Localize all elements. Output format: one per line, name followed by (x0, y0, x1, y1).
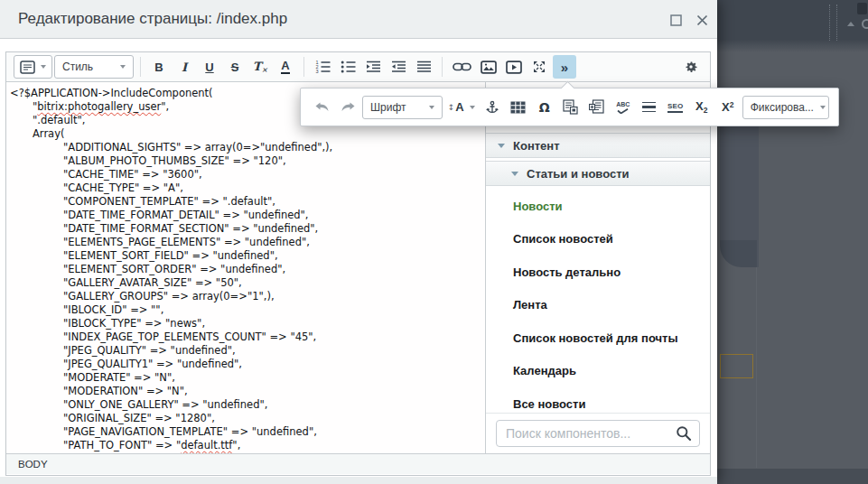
clear-format-icon: T× (253, 60, 267, 73)
bold-button[interactable]: B (147, 55, 171, 79)
justify-button[interactable] (412, 55, 435, 79)
snippet-save-icon (563, 99, 578, 115)
fullscreen-button[interactable] (527, 55, 551, 79)
outdent-button[interactable] (387, 55, 410, 79)
horizontal-rule-button[interactable] (638, 96, 661, 119)
component-list: НовостиСписок новостейНовость детальноЛе… (486, 189, 710, 421)
undo-icon (313, 101, 331, 114)
subscript-icon: X2 (695, 100, 707, 115)
font-color-button[interactable]: A (274, 55, 297, 79)
close-button[interactable] (695, 13, 709, 27)
subscript-button[interactable]: X2 (690, 96, 714, 119)
code-line: "COMPONENT_TEMPLATE" => ".default", (6, 195, 485, 209)
gear-icon (684, 60, 698, 74)
background-divider (756, 267, 757, 468)
status-path: BODY (18, 459, 48, 470)
close-icon (696, 14, 708, 26)
maximize-icon (670, 14, 682, 26)
code-line: "MODERATE" => "N", (6, 371, 485, 385)
settings-gear-button[interactable] (679, 55, 703, 79)
unordered-list-button[interactable] (336, 55, 359, 79)
background-corner-button (857, 3, 867, 14)
code-editor[interactable]: <?$APPLICATION->IncludeComponent("bitrix… (6, 82, 486, 453)
copy-snippet-button[interactable] (559, 96, 583, 119)
editor-status-bar[interactable]: BODY (6, 453, 710, 474)
redo-icon (340, 101, 357, 114)
code-line: "GALLERY_GROUPS" => array(0=>"1",), (6, 290, 485, 303)
video-button[interactable] (502, 55, 526, 79)
font-size-icon: ↕A (448, 101, 464, 113)
dialog-titlebar[interactable]: Редактирование страницы: /index.php (0, 0, 717, 39)
paste-snippet-button[interactable] (585, 96, 609, 119)
toolbar-separator (303, 57, 304, 77)
paragraph-format-button[interactable] (14, 55, 52, 79)
component-item[interactable]: Список новостей для почты (486, 321, 710, 355)
code-line: "DATE_TIME_FORMAT_DETAIL" => "undefined"… (6, 209, 485, 222)
chevron-down-icon (41, 65, 46, 69)
style-select[interactable]: Стиль (54, 55, 134, 79)
main-toolbar: СтильBIUST×A123» (6, 52, 710, 82)
spellcheck-button[interactable]: ABC (611, 96, 635, 119)
code-line: "INDEX_PAGE_TOP_ELEMENTS_COUNT" => "45", (6, 330, 485, 344)
underline-button[interactable]: U (198, 55, 221, 79)
section-content[interactable]: Контент (486, 133, 710, 158)
image-button[interactable] (477, 55, 500, 79)
strikethrough-button[interactable]: S (223, 55, 247, 79)
background-panel-corner-shadow (720, 240, 757, 267)
code-line: "ONLY_ONE_GALLERY" => "undefined", (6, 398, 485, 412)
more-tools-toolbar: Шрифт↕AΩABCSEOX2X2Фиксирова... (300, 88, 839, 126)
layout-mode-select[interactable]: Фиксирова... (742, 96, 829, 119)
dialog-footer (0, 477, 717, 484)
component-item[interactable]: Новость детально (486, 256, 710, 289)
font-size-button[interactable]: ↕A (445, 96, 478, 119)
image-icon (481, 60, 497, 74)
code-line: Array( (6, 127, 485, 141)
special-char-button[interactable]: Ω (533, 96, 556, 119)
background-dotted-divider (836, 5, 837, 41)
background-arrow-icon (847, 22, 854, 26)
select-value: Фиксирова... (751, 101, 814, 114)
chevron-down-icon (120, 65, 126, 69)
code-line: "PATH_TO_FONT" => "default.ttf", (6, 439, 485, 452)
section-articles-news[interactable]: Статьи и новости (486, 161, 710, 186)
font-select[interactable]: Шрифт (362, 96, 443, 119)
font-color-icon: A (281, 60, 289, 74)
maximize-button[interactable] (668, 13, 683, 27)
superscript-button[interactable]: X2 (716, 96, 740, 119)
italic-icon: I (182, 61, 187, 73)
indent-button[interactable] (361, 55, 385, 79)
component-search-area (486, 413, 710, 453)
search-components-input[interactable] (496, 420, 700, 447)
table-button[interactable] (507, 96, 530, 119)
snippet-insert-icon (589, 99, 604, 115)
anchor-button[interactable] (481, 96, 504, 119)
component-item[interactable]: Список новостей (486, 223, 710, 256)
code-line: "ELEMENT_SORT_FIELD" => "undefined", (6, 249, 485, 263)
paragraph-icon (20, 60, 35, 74)
ordered-list-button[interactable]: 123 (311, 55, 334, 79)
underline-icon: U (205, 61, 213, 73)
seo-icon: SEO (667, 102, 684, 113)
ordered-list-icon: 123 (315, 60, 331, 74)
link-button[interactable] (449, 55, 475, 79)
code-line: "GALLERY_AVATAR_SIZE" => "50", (6, 276, 485, 290)
toolbar-separator (140, 57, 141, 77)
component-item[interactable]: Календарь (486, 355, 710, 388)
code-line: "IBLOCK_ID" => "", (6, 303, 485, 317)
unordered-list-icon (341, 60, 356, 74)
more-tools-button[interactable]: » (553, 55, 576, 79)
undo-button[interactable] (310, 96, 333, 119)
clear-format-button[interactable]: T× (248, 55, 272, 79)
component-item[interactable]: Лента (486, 289, 710, 322)
code-line: "MODERATION" => "N", (6, 385, 485, 398)
indent-icon (366, 60, 381, 74)
component-item[interactable]: Новости (486, 190, 710, 223)
justify-icon (416, 60, 432, 74)
section-label: Контент (513, 139, 560, 153)
seo-button[interactable]: SEO (664, 96, 687, 119)
redo-button[interactable] (336, 96, 359, 119)
search-icon[interactable] (676, 425, 692, 445)
background-header-fade (717, 40, 868, 52)
italic-button[interactable]: I (173, 55, 196, 79)
code-line: "CACHE_TYPE" => "A", (6, 182, 485, 195)
